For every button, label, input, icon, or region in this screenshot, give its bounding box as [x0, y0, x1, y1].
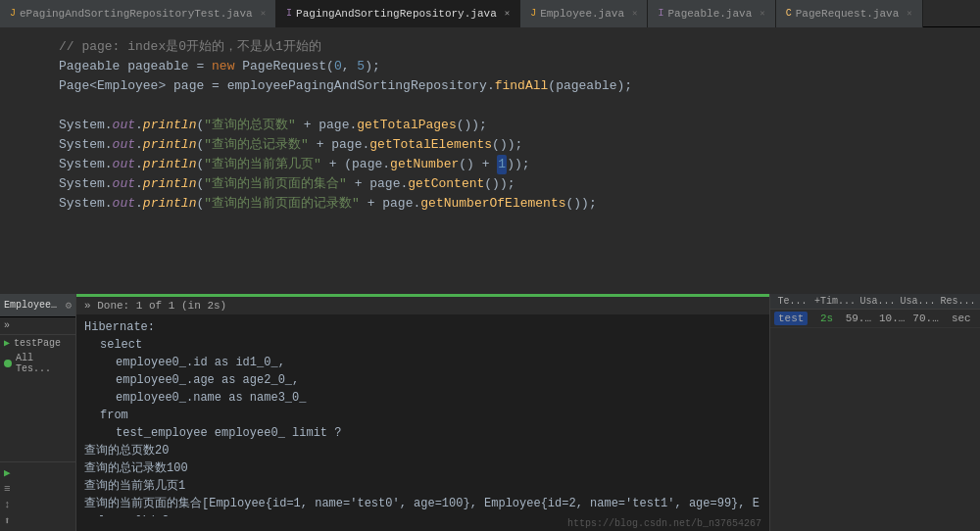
url-text: https://blog.csdn.net/b_n37654267: [567, 518, 761, 529]
code-println3-line: System. out . println ( "查询的当前第几页" + (pa…: [0, 155, 980, 174]
console-line: Hibernate:: [84, 318, 761, 336]
tab-employee[interactable]: J Employee.java ✕: [520, 0, 648, 27]
tab-pageable[interactable]: I Pageable.java ✕: [648, 0, 775, 27]
col-header-test: Te...: [774, 296, 810, 307]
test-item-all[interactable]: All Tes...: [0, 351, 75, 376]
settings-icon[interactable]: ⚙: [65, 299, 72, 312]
url-attribution: https://blog.csdn.net/b_n37654267: [76, 516, 769, 531]
code-println5-line: System. out . println ( "查询的当前页面的记录数" + …: [0, 194, 980, 214]
console-line: employee0_.name as name3_0_: [84, 389, 761, 407]
tab-label: ePagingAndSortingRepositoryTest.java: [20, 8, 253, 20]
console-line: 查询的总页数20: [84, 442, 761, 459]
test-panel-title: EmployeePagingAndSortingRepositoryTest.t…: [4, 300, 62, 311]
console-line: employee0_.id as id1_0_,: [84, 354, 761, 371]
col-header-usa1: Usa...: [859, 296, 896, 307]
comment-text: // page: index是0开始的，不是从1开始的: [59, 37, 321, 57]
code-pageable-line: Pageable pageable = new PageRequest( 0 ,…: [0, 57, 980, 76]
right-panel: Te... +Tim... Usa... Usa... Res... test …: [769, 294, 980, 531]
tab-label: PagingAndSortingRepository.java: [296, 8, 497, 20]
console-line: 查询的当前页面的集合[Employee{id=1, name='test0', …: [84, 495, 761, 516]
rp-res-cell: 70...: [912, 313, 942, 324]
tab-label: Pageable.java: [667, 8, 752, 20]
test-all-label: All Tes...: [16, 353, 72, 374]
tab-employee-paging-test[interactable]: J ePagingAndSortingRepositoryTest.java ✕: [0, 0, 276, 27]
test-item-label: testPage: [14, 338, 61, 349]
console-output: Hibernate: select employee0_.id as id1_0…: [76, 314, 769, 516]
console-line: 查询的当前第几页1: [84, 477, 761, 495]
console-line: test_employee employee0_ limit ?: [84, 424, 761, 442]
close-icon[interactable]: ✕: [632, 8, 637, 19]
filter-icon[interactable]: ≡: [4, 483, 72, 495]
tab-label: PageRequest.java: [796, 8, 900, 20]
console-line: 查询的总记录数100: [84, 459, 761, 477]
rp-test-cell: test: [774, 312, 808, 325]
code-editor: // page: index是0开始的，不是从1开始的 Pageable pag…: [0, 27, 980, 294]
close-icon[interactable]: ✕: [906, 8, 911, 19]
code-page-line: Page<Employee> page = employeePagingAndS…: [0, 76, 980, 96]
test-panel-header: EmployeePagingAndSortingRepositoryTest.t…: [0, 294, 75, 317]
export-icon[interactable]: ⬆: [4, 514, 72, 527]
class-file-icon: C: [786, 8, 792, 19]
console-line: employee0_.age as age2_0_,: [84, 371, 761, 389]
test-list: ▶ testPage All Tes...: [0, 335, 75, 461]
bottom-panel: EmployeePagingAndSortingRepositoryTest.t…: [0, 294, 980, 531]
close-icon[interactable]: ✕: [760, 8, 764, 19]
test-pass-dot: [4, 360, 12, 367]
test-status-icon: ▶: [4, 337, 10, 349]
rp-extra-cell: sec: [947, 313, 976, 324]
code-println2-line: System. out . println ( "查询的总记录数" + page…: [0, 135, 980, 155]
java-file-icon: J: [10, 8, 16, 19]
tab-label: Employee.java: [540, 8, 624, 20]
right-panel-header: Te... +Tim... Usa... Usa... Res...: [770, 294, 980, 310]
col-header-res: Res...: [940, 296, 976, 307]
tab-pagerequest[interactable]: C PageRequest.java ✕: [776, 0, 923, 27]
test-item-testpage[interactable]: ▶ testPage: [0, 335, 75, 351]
test-action-icons: ▶ ≡ ↕ ⬆: [0, 461, 75, 531]
sort-icon[interactable]: ↕: [4, 499, 72, 510]
col-header-time: +Tim...: [814, 296, 856, 307]
rp-usa2-cell: 10...: [879, 313, 908, 324]
tab-bar: J ePagingAndSortingRepositoryTest.java ✕…: [0, 0, 980, 27]
console-line: from: [84, 407, 761, 424]
rp-time-cell: 2s: [811, 313, 841, 324]
tab-paging-sorting-repo[interactable]: I PagingAndSortingRepository.java ✕: [276, 0, 520, 27]
col-header-usa2: Usa...: [900, 296, 936, 307]
rerun-icon[interactable]: ▶: [4, 466, 72, 479]
right-panel-data-row: test 2s 59... 10... 70... sec: [770, 310, 980, 328]
console-area: » Done: 1 of 1 (in 2s) Hibernate: select…: [76, 294, 769, 531]
console-line: select: [84, 336, 761, 354]
code-comment-line: // page: index是0开始的，不是从1开始的: [0, 37, 980, 57]
code-println1-line: System. out . println ( "查询的总页数" + page.…: [0, 116, 980, 135]
done-status: » Done: 1 of 1 (in 2s): [76, 297, 769, 314]
close-icon[interactable]: ✕: [505, 8, 510, 19]
test-sidebar: EmployeePagingAndSortingRepositoryTest.t…: [0, 294, 76, 531]
interface-file-icon: I: [286, 8, 292, 19]
rp-usa1-cell: 59...: [846, 313, 875, 324]
interface-file-icon: I: [658, 8, 663, 19]
close-icon[interactable]: ✕: [261, 8, 266, 19]
test-nav-bar: »: [0, 317, 75, 335]
done-text: » Done: 1 of 1 (in 2s): [84, 300, 226, 312]
nav-arrow-icon: »: [4, 320, 10, 331]
java-file-icon: J: [530, 8, 536, 19]
code-println4-line: System. out . println ( "查询的当前页面的集合" + p…: [0, 174, 980, 194]
code-blank-line: [0, 96, 980, 116]
